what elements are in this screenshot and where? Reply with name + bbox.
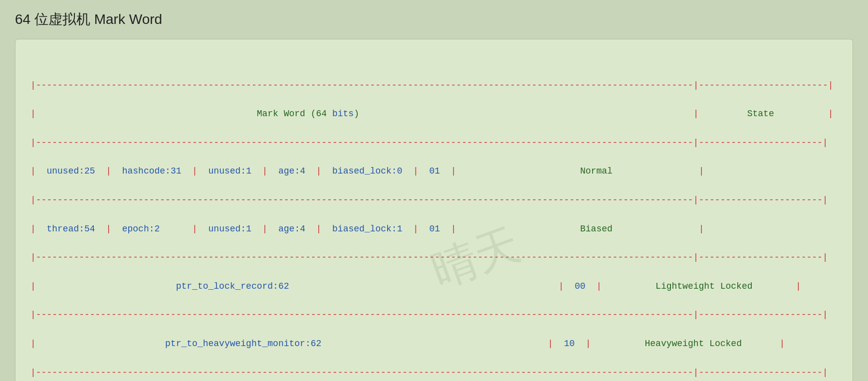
separator-top: |---------------------------------------… [30,78,838,93]
separator-3: |---------------------------------------… [30,250,838,265]
header-row: | Mark Word (64 bits) | State | [30,107,838,121]
row-biased: | thread:54 | epoch:2 | unused:1 | age:4… [30,222,838,236]
separator-2: |---------------------------------------… [30,193,838,207]
row-heavyweight: | ptr_to_heavyweight_monitor:62 | 10 | H… [30,337,838,351]
separator-1: |---------------------------------------… [30,136,838,150]
row-lightweight: | ptr_to_lock_record:62 | 00 | Lightweig… [30,279,838,294]
page-title: 64 位虚拟机 Mark Word [15,10,853,29]
separator-4: |---------------------------------------… [30,308,838,322]
table-container: 晴天 |------------------------------------… [15,39,853,381]
row-normal: | unused:25 | hashcode:31 | unused:1 | a… [30,164,838,179]
code-block: |---------------------------------------… [30,49,838,381]
separator-5: |---------------------------------------… [30,366,838,380]
